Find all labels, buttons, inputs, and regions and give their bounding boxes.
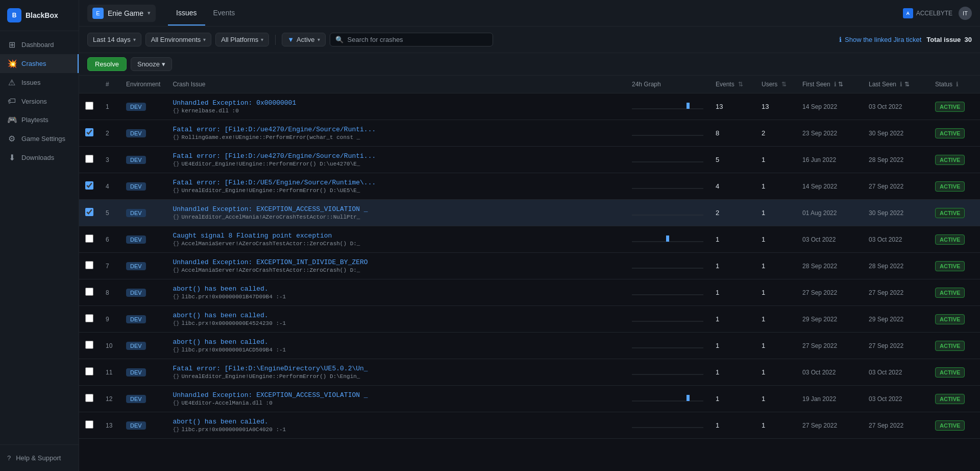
search-input[interactable] [348, 36, 487, 43]
environment-filter[interactable]: All Environments ▾ [145, 33, 212, 46]
row-crash-issue: abort() has been called.{} libc.prx!0x00… [166, 306, 626, 333]
header-status[interactable]: Status ℹ [929, 76, 980, 93]
row-status: ACTIVE [929, 173, 980, 200]
crash-title[interactable]: abort() has been called. [173, 338, 620, 346]
sidebar-item-crashes[interactable]: 💥 Crashes [0, 54, 79, 73]
row-checkbox[interactable] [85, 102, 93, 110]
header-first-seen[interactable]: First Seen ℹ ⇅ [796, 76, 863, 93]
snooze-button[interactable]: Snooze ▾ [131, 57, 172, 71]
row-events: 5 [709, 147, 755, 173]
row-users: 13 [755, 93, 796, 120]
header-users[interactable]: Users ⇅ [755, 76, 796, 93]
status-badge: ACTIVE [935, 155, 965, 165]
crash-title[interactable]: Fatal error: [File:D:/UE5/Engine/Source/… [173, 179, 620, 186]
user-avatar[interactable]: IT [959, 7, 972, 20]
project-selector[interactable]: E Enie Game ▾ [87, 5, 156, 22]
row-users: 1 [755, 147, 796, 173]
header-last-seen[interactable]: Last Seen ℹ ⇅ [863, 76, 929, 93]
row-number: 1 [100, 93, 120, 120]
sidebar-item-issues[interactable]: ⚠ Issues [0, 73, 79, 92]
crash-title[interactable]: Unhandled Exception: EXCEPTION_ACCESS_VI… [173, 391, 620, 399]
topbar-tabs: Issues Events [168, 1, 243, 26]
row-number: 10 [100, 333, 120, 359]
row-checkbox[interactable] [85, 181, 93, 190]
environment-filter-label: All Environments [151, 36, 201, 43]
search-icon: 🔍 [335, 36, 344, 43]
sidebar-item-dashboard[interactable]: ⊞ Dashboard [0, 35, 79, 54]
crash-title[interactable]: Unhandled Exception: 0x00000001 [173, 99, 620, 107]
row-24h-graph [626, 93, 709, 120]
row-events: 1 [709, 333, 755, 359]
sidebar-nav: ⊞ Dashboard 💥 Crashes ⚠ Issues 🏷 Version… [0, 31, 79, 444]
row-number: 6 [100, 226, 120, 253]
filterbar-right: ℹ Show the linked Jira ticket Total issu… [839, 36, 972, 43]
row-checkbox[interactable] [85, 367, 93, 375]
jira-link-label: Show the linked Jira ticket [845, 36, 921, 43]
row-number: 4 [100, 173, 120, 200]
date-filter[interactable]: Last 14 days ▾ [87, 33, 141, 46]
row-status: ACTIVE [929, 412, 980, 439]
row-first-seen: 19 Jan 2022 [796, 386, 863, 412]
row-checkbox[interactable] [85, 261, 93, 269]
row-checkbox[interactable] [85, 314, 93, 322]
crash-title[interactable]: Fatal error: [File:D:\EngineDirectory\UE… [173, 365, 620, 372]
topbar: E Enie Game ▾ Issues Events A ACCELBYTE … [79, 0, 980, 27]
header-events[interactable]: Events ⇅ [709, 76, 755, 93]
row-last-seen: 03 Oct 2022 [863, 93, 929, 120]
row-first-seen: 03 Oct 2022 [796, 226, 863, 253]
row-24h-graph [626, 359, 709, 386]
row-crash-issue: Unhandled Exception: EXCEPTION_INT_DIVID… [166, 253, 626, 279]
sidebar-item-label: Versions [21, 98, 47, 105]
crash-subtitle: {} libc.prx!0x000000001A0C4020 :-1 [173, 427, 620, 433]
crash-title[interactable]: Unhandled Exception: EXCEPTION_INT_DIVID… [173, 258, 620, 266]
users-sort-icon: ⇅ [781, 81, 787, 88]
platform-chevron-icon: ▾ [261, 37, 263, 42]
crash-title[interactable]: abort() has been called. [173, 312, 620, 319]
row-checkbox[interactable] [85, 341, 93, 349]
tab-events[interactable]: Events [205, 1, 243, 26]
crash-title[interactable]: abort() has been called. [173, 285, 620, 293]
sidebar-item-playtests[interactable]: 🎮 Playtests [0, 110, 79, 129]
platform-filter[interactable]: All Platforms ▾ [215, 33, 269, 46]
row-checkbox[interactable] [85, 420, 93, 429]
row-checkbox[interactable] [85, 128, 93, 136]
search-box[interactable]: 🔍 [330, 33, 493, 46]
sidebar-logo: B BlackBox [0, 0, 79, 31]
crash-subtitle: {} UnrealEditor_Engine!UEngine::PerformE… [173, 187, 620, 194]
sidebar-item-versions[interactable]: 🏷 Versions [0, 92, 79, 110]
crash-title[interactable]: Unhandled Exception: EXCEPTION_ACCESS_VI… [173, 205, 620, 213]
crash-title[interactable]: Fatal error: [File:D:/ue4270/Engine/Sour… [173, 126, 620, 133]
row-checkbox[interactable] [85, 155, 93, 163]
row-users: 1 [755, 306, 796, 333]
braces-icon: {} [173, 267, 179, 273]
row-number: 7 [100, 253, 120, 279]
row-status: ACTIVE [929, 386, 980, 412]
sidebar-item-game-settings[interactable]: ⚙ Game Settings [0, 129, 79, 148]
row-24h-graph [626, 412, 709, 439]
crash-subtitle: {} UnrealEditor_Engine!UEngine::PerformE… [173, 373, 620, 380]
row-checkbox[interactable] [85, 394, 93, 402]
row-checkbox[interactable] [85, 288, 93, 296]
crash-title[interactable]: Caught signal 8 Floating point exception [173, 232, 620, 240]
row-last-seen: 03 Oct 2022 [863, 386, 929, 412]
sparkline-svg [632, 125, 703, 139]
sidebar-item-label: Playtests [21, 116, 48, 124]
row-crash-issue: Caught signal 8 Floating point exception… [166, 226, 626, 253]
crash-title[interactable]: abort() has been called. [173, 418, 620, 426]
tab-issues[interactable]: Issues [168, 1, 205, 26]
crash-title[interactable]: Fatal error: [File:D:/ue4270/Engine/Sour… [173, 152, 620, 160]
braces-icon: {} [173, 373, 179, 380]
row-first-seen: 14 Sep 2022 [796, 93, 863, 120]
status-filter[interactable]: ▼ Active ▾ [282, 33, 325, 46]
row-events: 1 [709, 226, 755, 253]
help-support-item[interactable]: ? Help & Support [7, 451, 71, 465]
header-crash-issue: Crash Issue [166, 76, 626, 93]
sidebar-item-downloads[interactable]: ⬇ Downloads [0, 148, 79, 167]
header-environment: Environment [120, 76, 166, 93]
row-checkbox[interactable] [85, 234, 93, 243]
row-crash-issue: abort() has been called.{} libc.prx!0x00… [166, 279, 626, 306]
jira-link[interactable]: ℹ Show the linked Jira ticket [839, 36, 921, 43]
resolve-button[interactable]: Resolve [87, 57, 127, 71]
row-checkbox[interactable] [85, 208, 93, 216]
row-24h-graph [626, 147, 709, 173]
